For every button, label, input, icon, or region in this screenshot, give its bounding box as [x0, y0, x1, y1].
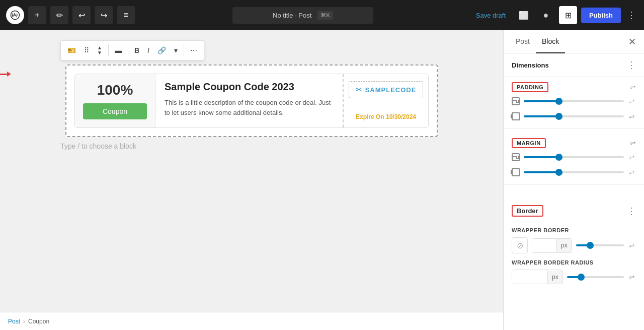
padding-left-adjust-icon[interactable]: ⇌ — [628, 111, 636, 121]
move-updown-button[interactable]: ▲▼ — [94, 43, 106, 58]
redo-button[interactable]: ↪ — [95, 6, 113, 24]
divider-1 — [504, 128, 644, 129]
add-block-button[interactable]: + — [28, 6, 46, 24]
padding-left-slider[interactable] — [524, 115, 624, 117]
padding-top-adjust-icon[interactable]: ⇌ — [628, 96, 636, 106]
wrapper-border-radius-section: WRAPPER BORDER RADIUS px ⇌ — [512, 259, 636, 284]
divider-2 — [504, 184, 644, 185]
tools-button[interactable]: ✏ — [50, 6, 68, 24]
italic-button[interactable]: I — [144, 44, 153, 57]
link-button[interactable]: 🔗 — [154, 44, 170, 57]
coupon-middle: Sample Coupon Code 2023 This is a little… — [155, 74, 343, 127]
padding-row: PADDING ⇌ — [504, 77, 644, 94]
coupon-left: 100% Coupon — [75, 74, 155, 127]
margin-top-slider[interactable] — [524, 156, 624, 158]
post-title: No title · Post — [273, 12, 311, 19]
coupon-expiry: Expire On 10/30/2024 — [356, 113, 416, 120]
right-sidebar: Post Block ✕ Dimensions ⋮ PADDING ⇌ ⇌ — [503, 30, 644, 330]
block-type-button[interactable]: 🎫 — [64, 44, 79, 57]
coupon-percent: 100% — [97, 82, 133, 98]
tab-block[interactable]: Block — [536, 30, 565, 53]
align-button[interactable]: ▬ — [111, 44, 125, 57]
coupon-code: SAMPLECODE — [365, 86, 417, 94]
main-layout: 🎫 ⠿ ▲▼ ▬ B I 🔗 ▾ ⋯ 100% — [0, 30, 644, 330]
margin-top-adjust-icon[interactable]: ⇌ — [628, 152, 636, 162]
coupon-block-wrapper[interactable]: 100% Coupon Sample Coupon Code 2023 This… — [65, 64, 438, 137]
coupon-right: ✂ SAMPLECODE Expire On 10/30/2024 — [343, 74, 428, 127]
wp-logo[interactable] — [6, 6, 24, 24]
sidebar-close-button[interactable]: ✕ — [626, 34, 638, 49]
margin-left-adjust-icon[interactable]: ⇌ — [628, 167, 636, 177]
margin-label: MARGIN — [512, 138, 546, 148]
border-radius-input[interactable] — [512, 270, 547, 284]
coupon-card: 100% Coupon Sample Coupon Code 2023 This… — [74, 74, 429, 128]
breadcrumb-separator: › — [23, 318, 25, 325]
border-width-input[interactable] — [532, 239, 556, 252]
coupon-button[interactable]: Coupon — [83, 103, 147, 119]
wrapper-border-label: WRAPPER BORDER — [512, 227, 636, 233]
border-cross-button[interactable]: ⊘ — [512, 237, 528, 253]
border-width-slider[interactable] — [576, 244, 624, 246]
spacer — [504, 189, 644, 199]
toolbar-separator-1 — [108, 44, 109, 56]
border-label: Border — [512, 205, 543, 217]
coupon-code-box[interactable]: ✂ SAMPLECODE — [349, 81, 423, 98]
settings-button[interactable]: ⊞ — [559, 6, 577, 24]
drag-button[interactable]: ⠿ — [80, 44, 93, 57]
list-view-button[interactable]: ≡ — [117, 6, 135, 24]
breadcrumb-post[interactable]: Post — [8, 318, 20, 325]
coupon-title: Sample Coupon Code 2023 — [165, 81, 334, 93]
margin-slider-1-row: ⇌ — [504, 150, 644, 165]
padding-slider-1-row: ⇌ — [504, 94, 644, 109]
tab-post[interactable]: Post — [510, 30, 536, 53]
topbar: + ✏ ↩ ↪ ≡ No title · Post ⌘K Save draft … — [0, 0, 644, 30]
border-input-wrap: px — [532, 238, 572, 253]
border-section: WRAPPER BORDER ⊘ px ⇌ WRAPPER BORDER RAD — [504, 223, 644, 288]
border-more-button[interactable]: ⋮ — [627, 206, 636, 217]
block-toolbar: 🎫 ⠿ ▲▼ ▬ B I 🔗 ▾ ⋯ — [60, 40, 204, 60]
margin-slider-2-row: ⇌ — [504, 165, 644, 180]
wrapper-border-radius-label: WRAPPER BORDER RADIUS — [512, 259, 636, 266]
radius-link-icon[interactable]: ⇌ — [628, 272, 636, 282]
border-slider-row: ⇌ — [576, 240, 636, 250]
cmd-shortcut: ⌘K — [317, 11, 333, 20]
more-options-button[interactable]: ⋮ — [625, 8, 638, 23]
breadcrumb-coupon: Coupon — [28, 318, 49, 325]
margin-left-slider[interactable] — [524, 171, 624, 173]
view-button[interactable]: ⬜ — [515, 6, 533, 24]
bold-button[interactable]: B — [131, 44, 143, 57]
margin-left-icon — [512, 168, 520, 176]
padding-top-icon — [512, 97, 520, 105]
border-section-header: Border ⋮ — [504, 199, 644, 223]
border-radius-slider[interactable] — [567, 276, 624, 278]
dimensions-section-header: Dimensions ⋮ — [504, 53, 644, 77]
sidebar-tabs: Post Block ✕ — [504, 30, 644, 53]
wrapper-border-radius-input-row: px ⇌ — [512, 270, 636, 284]
annotation-3: 3 — [0, 67, 8, 81]
margin-link-icon[interactable]: ⇌ — [630, 139, 636, 147]
radius-slider-row: ⇌ — [567, 272, 636, 282]
type-hint: Type / to choose a block — [60, 142, 136, 150]
annotation-arrow-3 — [0, 74, 8, 75]
more-rich-button[interactable]: ▾ — [171, 44, 181, 57]
undo-button[interactable]: ↩ — [72, 6, 91, 24]
toolbar-separator-3 — [184, 44, 184, 56]
breadcrumb: Post › Coupon — [0, 312, 503, 330]
block-options-button[interactable]: ⋯ — [187, 44, 201, 57]
border-radius-unit: px — [547, 271, 562, 284]
dimensions-more-button[interactable]: ⋮ — [627, 59, 636, 71]
save-draft-button[interactable]: Save draft — [471, 9, 511, 22]
margin-top-icon — [512, 153, 520, 161]
wrapper-border-input-row: ⊘ px ⇌ — [512, 237, 636, 253]
avatar-button[interactable]: ● — [537, 6, 555, 24]
coupon-description: This is a little description of the coup… — [165, 98, 334, 117]
editor-area: 🎫 ⠿ ▲▼ ▬ B I 🔗 ▾ ⋯ 100% — [0, 30, 503, 330]
margin-row: MARGIN ⇌ — [504, 133, 644, 150]
publish-button[interactable]: Publish — [581, 8, 621, 23]
padding-top-slider[interactable] — [524, 100, 624, 102]
radius-input-wrap: px — [512, 270, 563, 284]
title-area[interactable]: No title · Post ⌘K — [232, 7, 373, 24]
padding-link-icon[interactable]: ⇌ — [630, 83, 636, 91]
border-link-icon[interactable]: ⇌ — [628, 240, 636, 250]
dimensions-label: Dimensions — [512, 61, 549, 69]
